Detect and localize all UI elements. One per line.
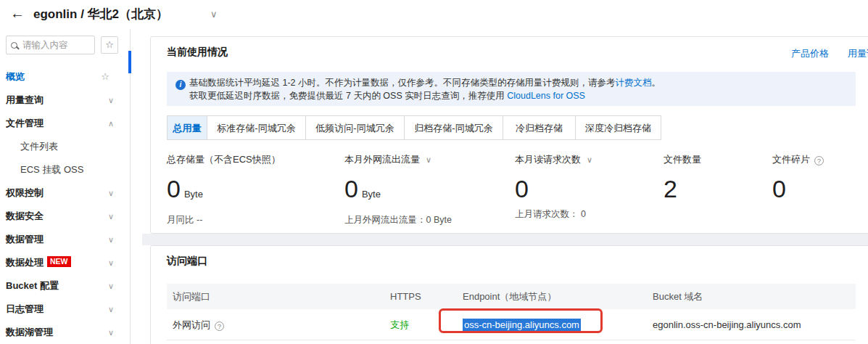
stat-sub: 上月外网流出流量：0 Byte xyxy=(344,214,515,226)
banner-text: 获取更低延迟时序数据，免费提供最近 7 天内的 OSS 实时日志查询，推荐使用 xyxy=(189,91,505,101)
sidebar-item-overview[interactable]: 概览 ☆ xyxy=(0,65,130,89)
chevron-down-icon: ∨ xyxy=(108,228,114,251)
sidebar-item-label: 数据处理 xyxy=(6,257,44,268)
sidebar-item-file-management[interactable]: 文件管理 ∧ xyxy=(0,112,130,135)
stat-label: 总存储量（不含ECS快照） xyxy=(167,154,281,165)
banner-line2: 获取更低延迟时序数据，免费提供最近 7 天内的 OSS 实时日志查询，推荐使用 … xyxy=(175,90,847,102)
sidebar-item-bucket-config[interactable]: Bucket 配置 ∨ xyxy=(0,274,130,298)
new-badge: NEW xyxy=(47,256,71,267)
help-icon[interactable]: ? xyxy=(215,322,224,331)
cloudlens-link[interactable]: CloudLens for OSS xyxy=(507,91,585,101)
chevron-down-icon: ∨ xyxy=(108,298,114,321)
tab-cold-archive[interactable]: 冷归档存储 xyxy=(503,115,576,140)
tab-deep-cold-archive[interactable]: 深度冷归档存储 xyxy=(576,115,661,140)
billing-doc-link[interactable]: 计费文档 xyxy=(616,78,652,88)
chevron-down-icon[interactable]: ∨ xyxy=(210,0,218,29)
cell-https-supported: 支持 xyxy=(390,309,463,340)
access-type-label: 外网访问 xyxy=(173,319,210,330)
stat-total-storage: 总存储量（不含ECS快照） 0Byte 月同比 -- xyxy=(167,153,344,226)
stat-label: 文件碎片 xyxy=(772,154,810,165)
column-header-bucket-domain: Bucket 域名 xyxy=(653,284,856,309)
sidebar-item-label: 文件管理 xyxy=(6,118,44,128)
sidebar-item-label: 日志管理 xyxy=(6,303,44,314)
info-icon: i xyxy=(175,80,186,90)
banner-text: 。 xyxy=(652,78,661,88)
sidebar-menu: 概览 ☆ 用量查询 ∨ 文件管理 ∧ 文件列表 ECS 挂载 OSS 权限控制 … xyxy=(0,65,130,344)
stat-label: 本月外网流出流量 xyxy=(344,154,420,165)
sidebar-item-label: ECS 挂载 OSS xyxy=(20,164,83,175)
stat-label: 文件数量 xyxy=(664,154,701,165)
storage-type-tabs: 总用量 标准存储-同城冗余 低频访问-同城冗余 归档存储-同城冗余 冷归档存储 … xyxy=(167,115,661,140)
table-row: 外网访问? 支持 oss-cn-beijing.aliyuncs.com ego… xyxy=(167,309,856,340)
tab-ia-zrs[interactable]: 低频访问-同城冗余 xyxy=(306,115,405,140)
chevron-down-icon: ∨ xyxy=(108,205,114,228)
stat-unit: Byte xyxy=(184,189,203,200)
card-gap xyxy=(142,234,868,245)
sidebar-item-label: Bucket 配置 xyxy=(6,280,59,291)
tab-total-usage[interactable]: 总用量 xyxy=(167,115,207,140)
section-title-endpoints: 访问端口 xyxy=(167,255,207,268)
stat-sub: 上月请求次数： 0 xyxy=(515,208,664,221)
sidebar-item-label: 权限控制 xyxy=(6,187,44,198)
stat-read-requests: 本月读请求次数∨ 0 上月请求次数： 0 xyxy=(515,153,664,226)
sidebar-item-label: 数据安全 xyxy=(6,210,44,221)
stat-file-count: 文件数量 2 xyxy=(664,153,772,226)
back-arrow-icon[interactable]: ← xyxy=(10,5,25,22)
sidebar-item-usage-query[interactable]: 用量查询 ∨ xyxy=(0,89,130,112)
endpoints-table: 访问端口 HTTPS Endpoint（地域节点） Bucket 域名 外网访问… xyxy=(167,284,856,340)
chevron-down-icon: ∨ xyxy=(108,251,114,274)
sidebar-item-label: 文件列表 xyxy=(20,141,58,152)
cell-access-type: 外网访问? xyxy=(167,309,390,340)
sidebar-item-label: 数据湖管理 xyxy=(6,327,53,337)
usage-stats: 总存储量（不含ECS快照） 0Byte 月同比 -- 本月外网流出流量∨ 0By… xyxy=(167,153,868,226)
sidebar-item-file-list[interactable]: 文件列表 xyxy=(0,135,130,158)
sidebar: ☆ 概览 ☆ 用量查询 ∨ 文件管理 ∧ 文件列表 ECS 挂载 OSS 权限控… xyxy=(0,29,131,344)
usage-detail-link[interactable]: 用量详情 xyxy=(848,47,868,60)
sidebar-item-data-security[interactable]: 数据安全 ∨ xyxy=(0,205,130,228)
stat-outbound-traffic: 本月外网流出流量∨ 0Byte 上月外网流出流量：0 Byte xyxy=(344,153,515,226)
search-input[interactable] xyxy=(22,40,88,50)
cell-bucket-domain: egonlin.oss-cn-beijing.aliyuncs.com xyxy=(653,309,856,340)
sidebar-item-data-processing[interactable]: 数据处理NEW ∨ xyxy=(0,251,130,274)
column-header-https: HTTPS xyxy=(390,284,463,309)
chevron-down-icon: ∨ xyxy=(108,321,114,344)
chevron-down-icon[interactable]: ∨ xyxy=(426,155,431,164)
column-header-port: 访问端口 xyxy=(167,284,390,309)
tab-archive-zrs[interactable]: 归档存储-同城冗余 xyxy=(405,115,503,140)
column-header-endpoint: Endpoint（地域节点） xyxy=(463,284,653,309)
endpoints-card: 访问端口 访问端口 HTTPS Endpoint（地域节点） Bucket 域名… xyxy=(150,245,868,344)
sidebar-item-data-lake-management[interactable]: 数据湖管理 ∨ xyxy=(0,321,130,344)
sidebar-item-log-management[interactable]: 日志管理 ∨ xyxy=(0,298,130,321)
help-icon[interactable]: ? xyxy=(814,156,824,165)
product-pricing-link[interactable]: 产品价格 xyxy=(791,47,829,60)
endpoint-selected-text[interactable]: oss-cn-beijing.aliyuncs.com xyxy=(463,319,581,331)
stat-value: 0 xyxy=(167,175,181,202)
star-icon[interactable]: ☆ xyxy=(101,65,109,89)
sidebar-item-label: 数据管理 xyxy=(6,234,44,245)
section-title-current-usage: 当前使用情况 xyxy=(167,46,228,59)
current-usage-card: 当前使用情况 产品价格 用量详情 i基础数据统计平均延迟 1-2 小时。不作为计… xyxy=(150,36,868,234)
chevron-down-icon: ∨ xyxy=(108,89,114,112)
stat-value: 0 xyxy=(515,175,529,202)
sidebar-item-label: 用量查询 xyxy=(6,94,44,105)
sidebar-search[interactable] xyxy=(6,36,95,54)
chevron-down-icon: ∨ xyxy=(108,181,114,205)
stat-file-fragments: 文件碎片? 0 xyxy=(772,153,868,226)
chevron-up-icon: ∧ xyxy=(108,112,114,135)
sidebar-item-permission-control[interactable]: 权限控制 ∨ xyxy=(0,181,130,205)
chevron-down-icon[interactable]: ∨ xyxy=(587,155,592,164)
favorite-button[interactable]: ☆ xyxy=(101,36,118,54)
stat-value: 0 xyxy=(344,175,358,202)
chevron-down-icon: ∨ xyxy=(108,274,114,298)
stat-unit: Byte xyxy=(362,189,381,200)
tab-standard-zrs[interactable]: 标准存储-同城冗余 xyxy=(207,115,306,140)
stat-sub: 月同比 -- xyxy=(167,214,344,226)
banner-text: 基础数据统计平均延迟 1-2 小时。不作为计量数据，仅作参考。不同存储类型的存储… xyxy=(189,78,616,88)
sidebar-item-ecs-mount-oss[interactable]: ECS 挂载 OSS xyxy=(0,158,130,181)
cell-endpoint: oss-cn-beijing.aliyuncs.com xyxy=(463,309,653,340)
sidebar-item-data-management[interactable]: 数据管理 ∨ xyxy=(0,228,130,251)
sidebar-item-label: 概览 xyxy=(6,71,25,82)
page-title: egonlin / 华北2（北京） xyxy=(33,0,168,29)
stat-value: 2 xyxy=(664,175,677,202)
sidebar-scrollbar-thumb[interactable] xyxy=(128,51,131,73)
